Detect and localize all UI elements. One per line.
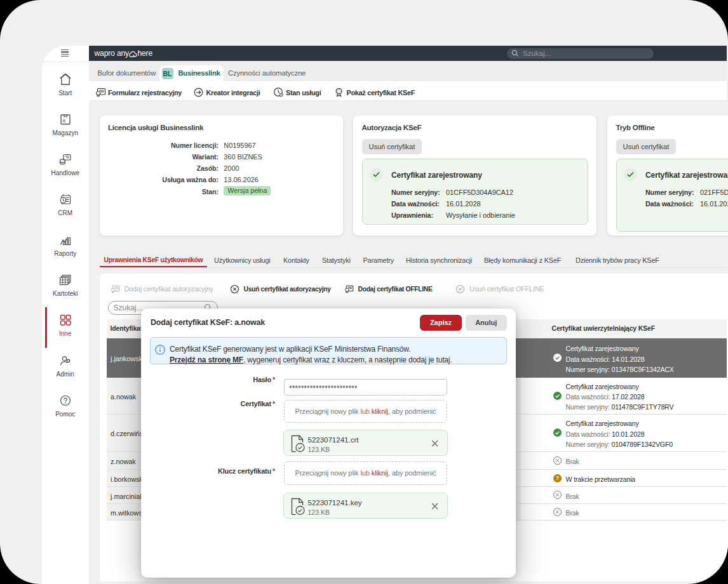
svg-text:?: ? <box>556 475 559 481</box>
